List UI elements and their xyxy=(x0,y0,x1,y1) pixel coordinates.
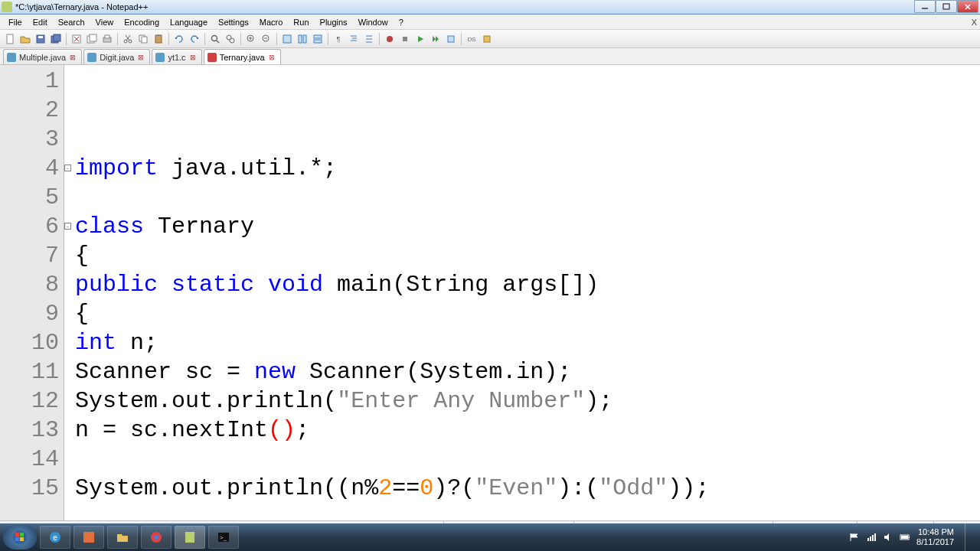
tab-digit[interactable]: Digit.java⊠ xyxy=(83,49,150,64)
taskbar-cmd[interactable]: >_ xyxy=(208,526,239,549)
code-line[interactable] xyxy=(75,183,969,212)
code-area[interactable]: import java.util.*;class Ternary{public … xyxy=(64,65,980,520)
show-all-icon[interactable]: ¶ xyxy=(332,32,345,46)
stop-macro-icon[interactable] xyxy=(398,32,412,46)
svg-point-45 xyxy=(387,36,393,42)
menu-encoding[interactable]: Encoding xyxy=(119,16,165,28)
code-line[interactable]: class Ternary xyxy=(75,212,969,241)
file-icon xyxy=(207,53,217,62)
redo-icon[interactable] xyxy=(188,32,201,46)
cut-icon[interactable] xyxy=(121,32,135,46)
code-line[interactable]: public static void main(String args[]) xyxy=(75,270,969,299)
taskbar-ie[interactable]: e xyxy=(40,526,70,549)
code-line[interactable]: System.out.println("Enter Any Number"); xyxy=(75,386,969,416)
line-number: 7 xyxy=(0,241,64,270)
undo-icon[interactable] xyxy=(172,32,186,46)
close-button[interactable] xyxy=(957,0,978,13)
menu-macro[interactable]: Macro xyxy=(254,16,289,28)
close-tab-icon[interactable]: ⊠ xyxy=(189,54,197,61)
code-line[interactable] xyxy=(75,445,969,474)
svg-rect-52 xyxy=(20,533,24,536)
menu-search[interactable]: Search xyxy=(53,16,90,28)
show-desktop-button[interactable] xyxy=(965,523,972,551)
svg-rect-1 xyxy=(943,4,949,9)
line-number: 10 xyxy=(0,328,64,357)
tab-multiple[interactable]: Multiple.java⊠ xyxy=(3,49,82,64)
plugin-icon[interactable] xyxy=(480,32,494,46)
menu-help[interactable]: ? xyxy=(394,16,409,28)
tray-flag-icon[interactable] xyxy=(849,532,860,543)
menu-plugins[interactable]: Plugins xyxy=(315,16,353,28)
taskbar-chrome[interactable] xyxy=(141,526,172,549)
line-number: 5 xyxy=(0,183,64,212)
record-macro-icon[interactable] xyxy=(383,32,397,46)
code-line[interactable]: { xyxy=(75,299,969,328)
toolbar-separator xyxy=(379,33,380,45)
toolbar-separator xyxy=(461,33,462,45)
start-button[interactable] xyxy=(3,525,37,549)
close-file-icon[interactable] xyxy=(70,32,83,46)
svg-text:e: e xyxy=(53,533,57,542)
close-all-icon[interactable] xyxy=(85,32,99,46)
menu-file[interactable]: File xyxy=(3,16,28,28)
taskbar-notepadpp[interactable] xyxy=(175,526,205,549)
tray-network-icon[interactable] xyxy=(866,532,877,543)
print-icon[interactable] xyxy=(100,32,114,46)
new-file-icon[interactable] xyxy=(3,32,17,46)
replace-icon[interactable] xyxy=(224,32,237,46)
line-number: 3 xyxy=(0,125,64,154)
menu-bar: File Edit Search View Encoding Language … xyxy=(0,15,980,30)
tray-battery-icon[interactable] xyxy=(900,532,910,543)
svg-rect-37 xyxy=(314,40,322,43)
close-tab-icon[interactable]: ⊠ xyxy=(69,54,77,61)
open-file-icon[interactable] xyxy=(18,32,32,46)
save-macro-icon[interactable] xyxy=(444,32,458,46)
tray-clock[interactable]: 10:48 PM8/11/2017 xyxy=(916,527,954,547)
code-line[interactable]: System.out.println((n%2==0)?("Even"):("O… xyxy=(75,474,969,503)
code-line[interactable]: Scanner sc = new Scanner(System.in); xyxy=(75,357,969,386)
taskbar-explorer[interactable] xyxy=(107,526,138,549)
sync-v-icon[interactable] xyxy=(280,32,294,46)
wrap-icon[interactable] xyxy=(311,32,325,46)
close-tab-icon[interactable]: ⊠ xyxy=(268,54,276,61)
copy-icon[interactable] xyxy=(136,32,150,46)
menu-run[interactable]: Run xyxy=(288,16,314,28)
save-icon[interactable] xyxy=(34,32,47,46)
tab-ternary[interactable]: Ternary.java⊠ xyxy=(204,49,281,64)
code-line[interactable]: n = sc.nextInt(); xyxy=(75,416,969,445)
menu-close-x[interactable]: X xyxy=(972,18,977,27)
indent-icon[interactable] xyxy=(347,32,361,46)
toolbar-separator xyxy=(117,33,118,45)
svg-rect-23 xyxy=(157,34,160,36)
menu-settings[interactable]: Settings xyxy=(213,16,254,28)
sync-h-icon[interactable] xyxy=(296,32,309,46)
zoom-in-icon[interactable] xyxy=(244,32,258,46)
svg-rect-66 xyxy=(874,533,876,541)
menu-language[interactable]: Language xyxy=(165,16,213,28)
svg-rect-22 xyxy=(155,35,162,43)
taskbar-app1[interactable] xyxy=(74,526,104,549)
tray-volume-icon[interactable] xyxy=(883,532,893,543)
code-line[interactable]: int n; xyxy=(75,328,969,357)
ds-icon[interactable]: DS xyxy=(465,32,479,46)
play-macro-icon[interactable] xyxy=(413,32,427,46)
file-icon xyxy=(7,53,16,62)
svg-text:>_: >_ xyxy=(220,534,227,541)
save-all-icon[interactable] xyxy=(49,32,63,46)
menu-view[interactable]: View xyxy=(90,16,119,28)
svg-rect-46 xyxy=(403,37,407,41)
maximize-button[interactable] xyxy=(936,0,957,13)
zoom-out-icon[interactable] xyxy=(260,32,273,46)
paste-icon[interactable] xyxy=(152,32,165,46)
minimize-button[interactable] xyxy=(914,0,936,13)
fast-macro-icon[interactable] xyxy=(429,32,443,46)
toolbar-separator xyxy=(168,33,169,45)
close-tab-icon[interactable]: ⊠ xyxy=(137,54,145,61)
menu-window[interactable]: Window xyxy=(353,16,394,28)
find-icon[interactable] xyxy=(208,32,222,46)
outdent-icon[interactable] xyxy=(362,32,376,46)
code-line[interactable]: import java.util.*; xyxy=(75,154,969,183)
menu-edit[interactable]: Edit xyxy=(28,16,53,28)
tab-yt1c[interactable]: yt1.c⊠ xyxy=(152,49,201,64)
code-line[interactable]: { xyxy=(75,241,969,270)
